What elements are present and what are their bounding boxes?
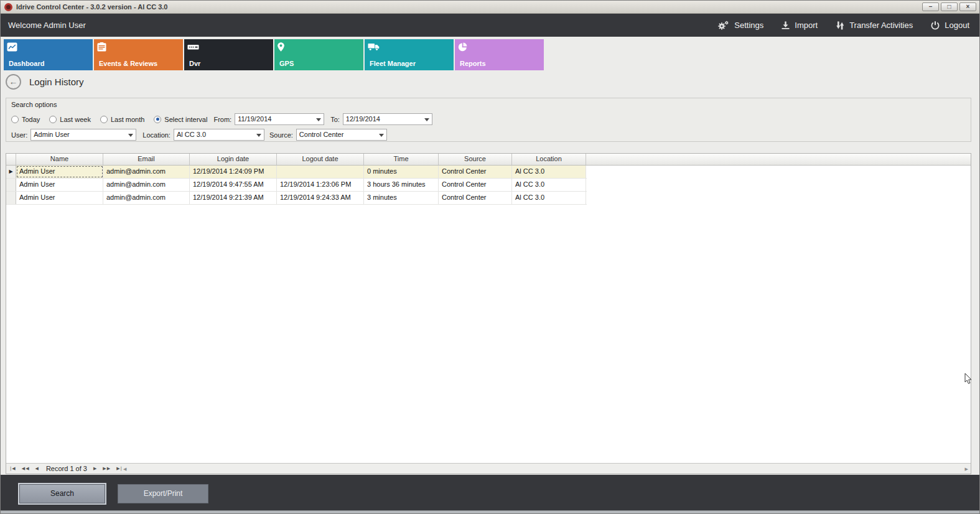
radio-select-interval[interactable]: Select interval <box>154 116 207 123</box>
cell-name: Admin User <box>16 192 103 204</box>
cell-logout-date: 12/19/2014 1:23:06 PM <box>277 179 364 191</box>
tile-dvr[interactable]: Dvr <box>184 39 273 70</box>
cell-source: Control Center <box>439 166 512 178</box>
from-date-combobox[interactable]: 11/19/2014 <box>235 113 324 125</box>
tile-reports[interactable]: Reports <box>455 39 544 70</box>
row-indicator-cell <box>6 192 16 204</box>
page-title: Login History <box>29 77 84 87</box>
grid-pager: |◀ ◀◀ ◀ Record 1 of 3 ▶ ▶▶ ▶| ◀ ▶ <box>6 463 971 474</box>
app-window: Idrive Control Center - 3.0.2 version - … <box>0 0 980 514</box>
scroll-right-icon[interactable]: ▶ <box>965 467 968 472</box>
pager-fast-prev-icon[interactable]: ◀◀ <box>22 466 30 471</box>
tile-gps[interactable]: GPS <box>274 39 363 70</box>
cell-time: 0 minutes <box>364 166 439 178</box>
import-label: Import <box>795 21 818 30</box>
radio-last-week-label: Last week <box>60 116 91 123</box>
topbar-actions: Settings Import Transfer Activities <box>717 20 979 30</box>
radio-select-interval-icon <box>154 116 161 123</box>
cell-source: Control Center <box>439 192 512 204</box>
footer-bar: Search Export/Print <box>1 475 979 510</box>
cell-email: admin@admin.com <box>103 192 190 204</box>
logout-button[interactable]: Logout <box>930 21 969 30</box>
cell-source: Control Center <box>439 179 512 191</box>
minimize-button[interactable]: – <box>922 2 939 11</box>
import-button[interactable]: Import <box>781 21 818 30</box>
table-row[interactable]: ▶ Admin User admin@admin.com 12/19/2014 … <box>6 166 587 179</box>
pager-first-icon[interactable]: |◀ <box>10 466 16 471</box>
current-row-arrow-icon: ▶ <box>6 166 16 178</box>
col-header-filler <box>586 154 971 165</box>
cell-time: 3 hours 36 minutes <box>364 179 439 191</box>
logout-label: Logout <box>945 21 969 30</box>
cell-logout-date <box>277 166 364 178</box>
welcome-text: Welcome Admin User <box>1 21 86 30</box>
close-button[interactable]: × <box>959 2 976 11</box>
cell-login-date: 12/19/2014 1:24:09 PM <box>190 166 277 178</box>
radio-select-interval-label: Select interval <box>164 116 207 123</box>
cell-email: admin@admin.com <box>103 166 190 178</box>
radio-last-week-icon <box>49 116 57 123</box>
radio-today[interactable]: Today <box>11 116 40 123</box>
location-combobox[interactable]: Al CC 3.0 <box>174 129 264 141</box>
horizontal-scrollbar[interactable]: ◀ ▶ <box>123 465 968 473</box>
cell-location: Al CC 3.0 <box>512 179 586 191</box>
transfer-activities-button[interactable]: Transfer Activities <box>835 21 913 30</box>
to-date-combobox[interactable]: 12/19/2014 <box>343 113 432 125</box>
title-bar: Idrive Control Center - 3.0.2 version - … <box>1 1 979 14</box>
cell-email: admin@admin.com <box>103 179 190 191</box>
cell-login-date: 12/19/2014 9:21:39 AM <box>190 192 277 204</box>
bottom-strip <box>1 510 979 514</box>
back-button[interactable]: ← <box>6 74 21 90</box>
import-icon <box>781 21 790 30</box>
col-header-login-date[interactable]: Login date <box>190 154 277 165</box>
from-label: From: <box>213 116 231 123</box>
cell-name: Admin User <box>16 179 103 191</box>
tile-dashboard[interactable]: Dashboard <box>4 39 93 70</box>
radio-last-week[interactable]: Last week <box>49 116 91 123</box>
module-tiles: Dashboard Events & Reviews Dvr GPS Fleet… <box>4 39 544 70</box>
cell-logout-date: 12/19/2014 9:24:33 AM <box>277 192 364 204</box>
col-header-location[interactable]: Location <box>512 154 586 165</box>
login-history-grid: Name Email Login date Logout date Time S… <box>6 153 971 474</box>
col-header-source[interactable]: Source <box>439 154 512 165</box>
pager-last-icon[interactable]: ▶| <box>116 466 123 471</box>
radio-today-label: Today <box>22 116 40 123</box>
user-combobox[interactable]: Admin User <box>30 129 136 141</box>
search-button[interactable]: Search <box>19 484 105 503</box>
to-label: To: <box>330 116 340 123</box>
settings-button[interactable]: Settings <box>717 20 763 30</box>
tile-fleet-manager-label: Fleet Manager <box>370 60 416 67</box>
pager-prev-icon[interactable]: ◀ <box>35 466 39 471</box>
col-header-time[interactable]: Time <box>364 154 439 165</box>
search-options-panel: Search options Today Last week Last mont… <box>6 98 971 142</box>
col-header-logout-date[interactable]: Logout date <box>277 154 364 165</box>
tile-reports-label: Reports <box>460 60 486 67</box>
line-chart-icon <box>7 42 17 54</box>
power-icon <box>930 21 940 30</box>
pager-next-icon[interactable]: ▶ <box>93 466 97 471</box>
tile-dvr-label: Dvr <box>189 60 200 67</box>
top-bar: Welcome Admin User <box>1 14 979 37</box>
clipboard-icon <box>97 42 106 54</box>
radio-last-month[interactable]: Last month <box>100 116 144 123</box>
table-row[interactable]: Admin User admin@admin.com 12/19/2014 9:… <box>6 179 587 192</box>
tile-events-reviews-label: Events & Reviews <box>99 60 157 67</box>
dvr-box-icon <box>187 42 199 54</box>
record-count-text: Record 1 of 3 <box>46 465 87 472</box>
export-print-button[interactable]: Export/Print <box>118 484 208 503</box>
source-combobox[interactable]: Control Center <box>296 129 387 141</box>
tile-events-reviews[interactable]: Events & Reviews <box>94 39 183 70</box>
pager-fast-next-icon[interactable]: ▶▶ <box>103 466 111 471</box>
row-indicator-header <box>6 154 16 165</box>
col-header-email[interactable]: Email <box>103 154 190 165</box>
table-row[interactable]: Admin User admin@admin.com 12/19/2014 9:… <box>6 192 587 205</box>
radio-last-month-icon <box>100 116 108 123</box>
maximize-button[interactable]: □ <box>941 2 958 11</box>
transfer-activities-label: Transfer Activities <box>849 21 913 30</box>
scroll-left-icon[interactable]: ◀ <box>123 467 126 472</box>
col-header-name[interactable]: Name <box>16 154 103 165</box>
tile-dashboard-label: Dashboard <box>9 60 44 67</box>
tile-fleet-manager[interactable]: Fleet Manager <box>365 39 454 70</box>
window-controls: – □ × <box>922 2 976 11</box>
window-title: Idrive Control Center - 3.0.2 version - … <box>16 3 168 11</box>
